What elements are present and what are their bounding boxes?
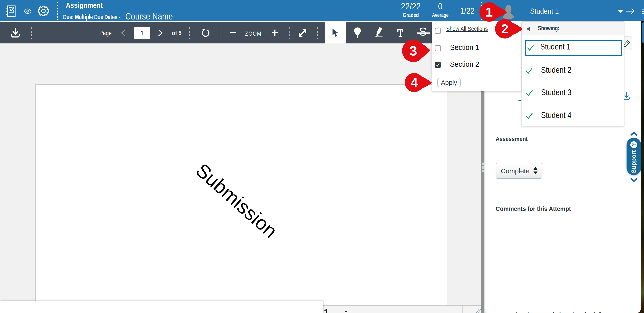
svg-text:4: 4 [410,75,418,90]
svg-text:1: 1 [486,5,493,19]
svg-text:2: 2 [501,22,508,36]
svg-text:3: 3 [410,43,417,59]
